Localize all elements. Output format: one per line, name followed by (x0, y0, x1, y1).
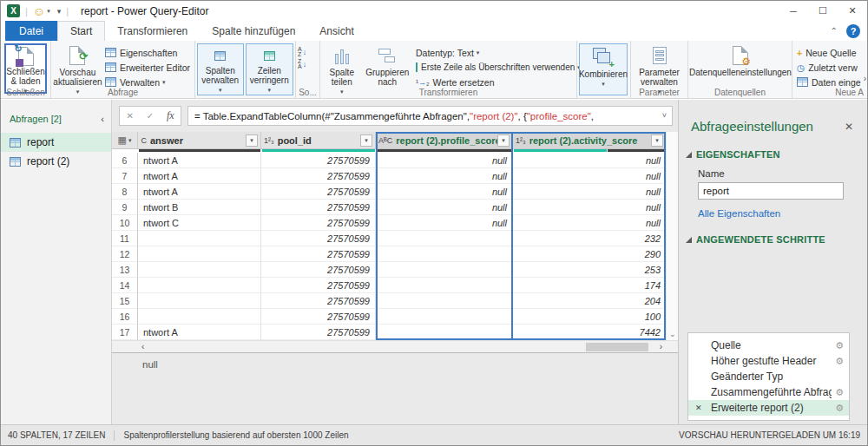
table-cell[interactable]: 27570599 (261, 246, 376, 262)
table-cell[interactable] (376, 325, 513, 340)
table-cell[interactable]: 232 (513, 231, 666, 246)
sort-ascending-icon[interactable]: AZ ↓ (298, 46, 306, 58)
datatype-button[interactable]: Datentyp: Text ▾ (413, 45, 575, 60)
status-profiling-info[interactable]: Spaltenprofilerstellung basierend auf ob… (123, 430, 348, 440)
horizontal-scrollbar[interactable]: ‹ › (112, 340, 678, 352)
table-cell[interactable]: null (513, 153, 666, 168)
row-number[interactable]: 9 (112, 200, 138, 215)
filter-dropdown-icon[interactable]: ▾ (651, 134, 663, 147)
table-cell[interactable]: 27570599 (261, 200, 376, 215)
table-cell[interactable] (376, 278, 513, 293)
filter-dropdown-icon[interactable]: ▾ (497, 134, 510, 147)
step-settings-gear-icon[interactable]: ⚙ (835, 340, 844, 351)
scrollbar-thumb[interactable] (586, 343, 648, 351)
column-header-profile-score[interactable]: AᴮC report (2).profile_score ▾ (376, 132, 513, 149)
table-cell[interactable]: null (376, 215, 513, 231)
table-cell[interactable] (138, 293, 261, 309)
step-hoeher-gestufte-header[interactable]: Höher gestufte Header ⚙ (688, 353, 849, 369)
tab-spalte-hinzufuegen[interactable]: Spalte hinzufügen (200, 21, 307, 41)
use-first-row-as-headers-button[interactable]: Erste Zeile als Überschriften verwenden … (413, 60, 575, 75)
step-erweiterte-report-2[interactable]: ✕ Erweiterte report (2) ⚙ (688, 400, 849, 416)
smiley-dropdown-icon[interactable]: ▾ (47, 8, 50, 15)
formula-expand-icon[interactable]: ˅ (662, 111, 667, 120)
table-cell[interactable]: ntwort A (138, 153, 261, 168)
row-number[interactable]: 15 (112, 293, 138, 309)
query-item-report[interactable]: report (1, 133, 111, 152)
table-cell[interactable] (138, 309, 261, 325)
step-zusammengefuehrte-abfragen[interactable]: Zusammengeführte Abfragen ⚙ (688, 384, 849, 400)
table-cell[interactable]: null (376, 184, 513, 200)
table-cell[interactable]: 100 (513, 309, 666, 325)
table-cell[interactable] (138, 262, 261, 278)
table-cell[interactable] (138, 278, 261, 293)
row-number[interactable]: 13 (112, 262, 138, 278)
collapse-ribbon-icon[interactable]: ⌃ (831, 26, 838, 36)
table-cell[interactable] (138, 231, 261, 246)
table-cell[interactable] (376, 246, 513, 262)
row-number[interactable]: 12 (112, 246, 138, 262)
formula-cancel-icon[interactable]: ✕ (126, 111, 133, 121)
step-quelle[interactable]: Quelle ⚙ (688, 338, 849, 353)
table-cell[interactable] (376, 231, 513, 246)
tab-ansicht[interactable]: Ansicht (307, 21, 365, 41)
all-properties-link[interactable]: Alle Eigenschaften (698, 208, 867, 219)
table-cell[interactable]: 27570599 (261, 278, 376, 293)
table-cell[interactable]: ntwort C (138, 215, 261, 231)
properties-section-header[interactable]: EIGENSCHAFTEN (686, 149, 867, 160)
table-cell[interactable] (376, 262, 513, 278)
column-header-activity-score[interactable]: 1²₃ report (2).activity_score ▾ (513, 132, 666, 149)
table-cell[interactable]: 27570599 (261, 184, 376, 200)
scroll-right-icon[interactable]: › (660, 342, 662, 352)
table-cell[interactable]: null (513, 200, 666, 215)
table-cell[interactable]: 27570599 (261, 293, 376, 309)
row-number[interactable]: 8 (112, 184, 138, 200)
quick-access-customize-icon[interactable]: ▾ (57, 7, 62, 16)
help-icon[interactable]: ? (846, 24, 860, 38)
column-header-pool-id[interactable]: 1²₃ pool_id ▾ (261, 132, 376, 149)
maximize-button[interactable]: ☐ (808, 1, 838, 21)
smiley-feedback-icon[interactable]: ☺ (33, 5, 45, 17)
row-number[interactable]: 11 (112, 231, 138, 246)
table-cell[interactable]: 7442 (513, 325, 666, 340)
group-by-button[interactable]: Gruppieren nach (362, 43, 413, 87)
minimize-button[interactable]: ─ (779, 1, 808, 21)
recent-sources-button[interactable]: ◷ Zuletzt verw (794, 60, 865, 75)
new-source-button[interactable]: + Neue Quelle (794, 45, 865, 60)
ribbon-overflow-icon[interactable]: › (864, 74, 866, 83)
scroll-left-icon[interactable]: ‹ (141, 342, 144, 352)
table-cell[interactable]: 27570599 (261, 168, 376, 184)
collapse-pane-icon[interactable]: ‹ (101, 114, 104, 124)
select-all-corner[interactable]: ▦ ▾ (112, 132, 138, 149)
table-cell[interactable]: ntwort B (138, 200, 261, 215)
column-header-answer[interactable]: C answer ▾ (138, 132, 261, 149)
table-cell[interactable] (138, 246, 261, 262)
delete-step-icon[interactable]: ✕ (695, 403, 702, 412)
table-cell[interactable]: null (513, 215, 666, 231)
row-number[interactable]: 16 (112, 309, 138, 325)
filter-dropdown-icon[interactable]: ▾ (360, 134, 372, 147)
table-cell[interactable] (376, 293, 513, 309)
table-cell[interactable]: null (376, 168, 513, 184)
table-cell[interactable]: 27570599 (261, 231, 376, 246)
table-cell[interactable]: 290 (513, 246, 666, 262)
table-cell[interactable]: null (513, 168, 666, 184)
table-cell[interactable]: 174 (513, 278, 666, 293)
query-item-report-2[interactable]: report (2) (1, 152, 111, 171)
close-pane-icon[interactable]: ✕ (845, 121, 853, 133)
advanced-editor-button[interactable]: Erweiterter Editor (102, 60, 193, 75)
close-button[interactable]: ✕ (838, 1, 867, 21)
tab-start[interactable]: Start (57, 21, 105, 41)
table-cell[interactable]: 27570599 (261, 309, 376, 325)
sort-descending-icon[interactable]: ZA ↓ (298, 58, 306, 70)
close-and-load-button[interactable]: ↻ Schließen & laden▾ (4, 43, 47, 94)
step-settings-gear-icon[interactable]: ⚙ (835, 356, 844, 367)
filter-dropdown-icon[interactable]: ▾ (246, 134, 258, 147)
formula-input[interactable]: = Table.ExpandTableColumn(#"Zusammengefü… (187, 106, 673, 126)
table-cell[interactable]: 27570599 (261, 215, 376, 231)
table-cell[interactable]: null (513, 184, 666, 200)
datasource-settings-button[interactable]: ⚙ Datenquelleneinstellungen (690, 43, 791, 77)
table-cell[interactable]: null (376, 200, 513, 215)
row-number[interactable]: 6 (112, 153, 138, 168)
table-cell[interactable]: ntwort A (138, 325, 261, 340)
row-number[interactable]: 17 (112, 325, 138, 340)
